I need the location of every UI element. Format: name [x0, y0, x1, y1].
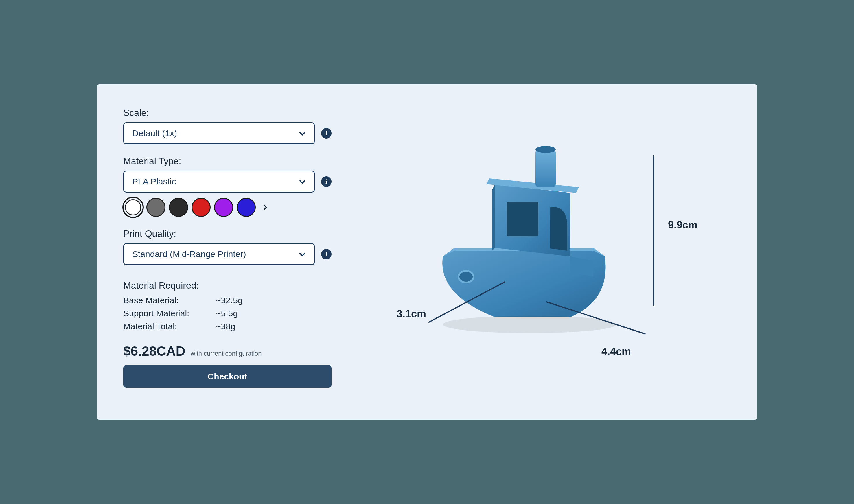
material-row-value: ~38g: [216, 320, 235, 333]
scale-row: Default (1x) i: [123, 122, 332, 144]
info-icon[interactable]: i: [321, 176, 332, 187]
material-required: Material Required: Base Material: ~32.5g…: [123, 280, 332, 333]
svg-point-4: [443, 316, 617, 333]
quality-label: Print Quality:: [123, 229, 332, 239]
material-row-label: Support Material:: [123, 307, 216, 320]
material-row-base: Base Material: ~32.5g: [123, 294, 332, 307]
configurator-card: Scale: Default (1x) i Material Type: PLA…: [97, 85, 757, 419]
color-swatch-purple[interactable]: [214, 198, 233, 217]
color-swatch-white[interactable]: [125, 199, 141, 215]
svg-rect-2: [506, 201, 538, 236]
material-row-value: ~5.5g: [216, 307, 238, 320]
model-preview: [408, 132, 634, 340]
material-field: Material Type: PLA Plastic i: [123, 156, 332, 217]
dim-line-height: [653, 155, 654, 306]
preview-panel: 9.9cm 4.4cm 3.1cm: [352, 108, 731, 388]
chevron-down-icon: [298, 250, 307, 259]
price-row: $6.28CAD with current configuration: [123, 343, 332, 359]
color-swatch-red[interactable]: [192, 198, 211, 217]
svg-point-3: [459, 271, 474, 283]
price-note: with current configuration: [191, 350, 262, 357]
material-row-support: Support Material: ~5.5g: [123, 307, 332, 320]
scale-select[interactable]: Default (1x): [123, 122, 315, 144]
material-row-label: Material Total:: [123, 320, 216, 333]
preview-stage: 9.9cm 4.4cm 3.1cm: [385, 121, 697, 375]
color-swatch-blue[interactable]: [237, 198, 256, 217]
dimension-width: 4.4cm: [602, 345, 631, 358]
material-row: PLA Plastic i: [123, 170, 332, 193]
chevron-down-icon: [298, 177, 307, 186]
color-swatch-black[interactable]: [169, 198, 188, 217]
scale-field: Scale: Default (1x) i: [123, 108, 332, 144]
scale-value: Default (1x): [132, 128, 177, 138]
material-label: Material Type:: [123, 156, 332, 166]
chevron-right-icon[interactable]: [261, 201, 269, 214]
color-swatch-grey[interactable]: [146, 198, 165, 217]
checkout-button[interactable]: Checkout: [123, 365, 332, 388]
material-row-label: Base Material:: [123, 294, 216, 307]
material-value: PLA Plastic: [132, 177, 176, 186]
quality-select[interactable]: Standard (Mid-Range Printer): [123, 243, 315, 265]
material-row-value: ~32.5g: [216, 294, 243, 307]
dimension-height: 9.9cm: [668, 219, 697, 231]
info-icon[interactable]: i: [321, 128, 332, 139]
price-value: $6.28CAD: [123, 343, 185, 359]
config-panel: Scale: Default (1x) i Material Type: PLA…: [123, 108, 332, 388]
svg-point-1: [535, 146, 556, 153]
material-select[interactable]: PLA Plastic: [123, 170, 315, 193]
quality-value: Standard (Mid-Range Printer): [132, 249, 246, 259]
dimension-depth: 3.1cm: [397, 308, 426, 320]
info-icon[interactable]: i: [321, 249, 332, 259]
chevron-down-icon: [298, 129, 307, 138]
material-required-title: Material Required:: [123, 280, 332, 291]
scale-label: Scale:: [123, 108, 332, 118]
quality-field: Print Quality: Standard (Mid-Range Print…: [123, 229, 332, 265]
material-row-total: Material Total: ~38g: [123, 320, 332, 333]
quality-row: Standard (Mid-Range Printer) i: [123, 243, 332, 265]
color-swatch-row: [123, 198, 332, 217]
svg-rect-0: [535, 149, 556, 187]
